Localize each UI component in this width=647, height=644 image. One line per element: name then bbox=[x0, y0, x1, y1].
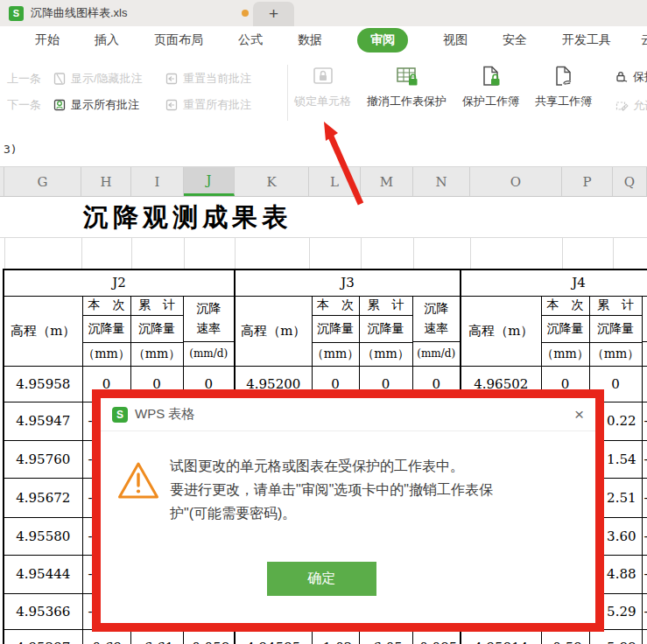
ribbon-button-label: 撤消工作表保护 bbox=[367, 94, 447, 109]
formula-bar[interactable]: 3) bbox=[0, 131, 647, 167]
cell[interactable] bbox=[642, 366, 647, 402]
cell[interactable]: - bbox=[642, 402, 647, 440]
group-header-J3[interactable]: J3 bbox=[235, 270, 461, 296]
ribbon-button-label: 保护工作簿 bbox=[462, 94, 519, 109]
ribbon-button-label: 下一条 bbox=[7, 97, 41, 113]
column-header-O[interactable]: O bbox=[470, 167, 562, 196]
menu-tab-1[interactable]: 开始 bbox=[35, 32, 60, 48]
toggle-comment-icon bbox=[53, 72, 67, 86]
header-elevation-J3[interactable]: 高程（m） bbox=[235, 296, 312, 366]
column-headers: GHIJKLMNOPQ bbox=[0, 167, 647, 197]
menu-bar: 开始插入页面布局公式数据审阅视图安全开发工具云服务 bbox=[0, 26, 647, 54]
menu-tab-6[interactable]: 审阅 bbox=[357, 28, 408, 52]
comment-reset-group: 重置当前批注重置所有批注 bbox=[165, 70, 251, 114]
ribbon-button-label: 允许用户编辑区域 bbox=[633, 98, 647, 114]
ribbon-button-unprotect-sheet-icon[interactable]: 撤消工作表保护 bbox=[367, 64, 447, 109]
column-header-K[interactable]: K bbox=[235, 167, 309, 196]
header-settlement-rate-J4[interactable]: 沉降速率(mm/d) bbox=[642, 296, 647, 366]
cell[interactable]: 4.95444 bbox=[4, 555, 82, 593]
ribbon-button-reset-all-comments-icon[interactable]: 重置所有批注 bbox=[165, 96, 251, 114]
cell[interactable]: 4.95580 bbox=[4, 517, 82, 555]
ribbon-button-label: 共享工作簿 bbox=[535, 94, 592, 109]
ribbon-button-lock-cell-icon[interactable]: 锁定单元格 bbox=[294, 64, 351, 109]
menu-tab-3[interactable]: 页面布局 bbox=[154, 32, 203, 48]
header-settlement-rate-J2[interactable]: 沉降速率(mm/d) bbox=[183, 296, 235, 366]
ribbon-button-share-workbook-icon[interactable]: 共享工作簿 bbox=[535, 64, 592, 109]
cell[interactable]: - bbox=[642, 555, 647, 593]
menu-tab-7[interactable]: 视图 bbox=[443, 32, 468, 48]
column-header-N[interactable]: N bbox=[413, 167, 470, 196]
document-tab[interactable]: S 沉降曲线图样表.xls bbox=[9, 0, 128, 26]
allow-edit-ranges-icon bbox=[615, 99, 629, 113]
header-settlement-rate-J3[interactable]: 沉降速率(mm/d) bbox=[412, 296, 461, 366]
ribbon-button-label: 锁定单元格 bbox=[294, 94, 351, 109]
unprotect-sheet-icon bbox=[396, 64, 418, 88]
group-header-J2[interactable]: J2 bbox=[4, 270, 235, 296]
cell[interactable]: 4.95760 bbox=[4, 440, 82, 478]
cell[interactable]: - bbox=[642, 629, 647, 644]
cell[interactable]: 4.95958 bbox=[4, 366, 82, 402]
menu-tab-9[interactable]: 开发工具 bbox=[562, 32, 611, 48]
menu-tab-2[interactable]: 插入 bbox=[95, 32, 119, 48]
comment-show-group: 显示/隐藏批注显示所有批注 bbox=[53, 70, 143, 114]
share-workbook-icon bbox=[552, 64, 575, 88]
column-header-Q[interactable]: Q bbox=[613, 167, 647, 196]
unsaved-indicator-dot bbox=[242, 10, 249, 17]
header-elevation-J4[interactable]: 高程（m） bbox=[461, 296, 541, 366]
group-header-J4[interactable]: J4 bbox=[461, 270, 647, 296]
wps-app-icon: S bbox=[112, 407, 128, 423]
header-current-settlement-J2[interactable]: 本 次沉降量（mm） bbox=[82, 296, 130, 366]
ribbon-button-protect-share-icon[interactable]: 保护并共享工作簿 bbox=[615, 68, 647, 86]
dialog-titlebar: S WPS 表格 × bbox=[101, 398, 595, 431]
annotation-red-box: S WPS 表格 × 试图更改的单元格或图表在受保护的工作表中。 要进行更改，请… bbox=[92, 389, 604, 632]
protected-sheet-dialog: S WPS 表格 × 试图更改的单元格或图表在受保护的工作表中。 要进行更改，请… bbox=[101, 398, 595, 623]
ribbon-button-label: 显示所有批注 bbox=[71, 97, 139, 113]
column-header-M[interactable]: M bbox=[361, 167, 413, 196]
cell[interactable]: 4.95366 bbox=[4, 593, 82, 629]
protect-share-icon bbox=[615, 70, 629, 84]
ribbon-button-reset-current-comment-icon[interactable]: 重置当前批注 bbox=[165, 70, 251, 88]
close-icon[interactable]: × bbox=[574, 406, 584, 423]
ribbon-button-label: 上一条 bbox=[7, 71, 41, 87]
header-elevation-J2[interactable]: 高程（m） bbox=[4, 296, 82, 366]
cell[interactable]: 4.95672 bbox=[4, 478, 82, 517]
menu-tab-5[interactable]: 数据 bbox=[298, 32, 322, 48]
cell[interactable]: - bbox=[642, 593, 647, 629]
header-cumulative-settlement-J4[interactable]: 累 计沉降量（mm） bbox=[589, 296, 642, 366]
column-header-P[interactable]: P bbox=[562, 167, 613, 196]
menu-tab-4[interactable]: 公式 bbox=[238, 32, 263, 48]
column-header-H[interactable]: H bbox=[81, 167, 131, 196]
header-current-settlement-J3[interactable]: 本 次沉降量（mm） bbox=[312, 296, 359, 366]
titlebar: S 沉降曲线图样表.xls + bbox=[0, 0, 647, 26]
column-header-L[interactable]: L bbox=[309, 167, 361, 196]
ribbon-button-allow-edit-ranges-icon[interactable]: 允许用户编辑区域 bbox=[615, 97, 647, 115]
ribbon-button-上一条[interactable]: 上一条 bbox=[7, 70, 41, 88]
cell[interactable]: 4.95297 bbox=[4, 629, 82, 644]
comment-nav-group: 上一条下一条 bbox=[7, 70, 41, 114]
cell[interactable]: - bbox=[642, 517, 647, 555]
cell[interactable]: - bbox=[642, 440, 647, 478]
ribbon-button-下一条[interactable]: 下一条 bbox=[7, 96, 41, 114]
ribbon-button-show-all-comments-icon[interactable]: 显示所有批注 bbox=[53, 96, 143, 114]
header-cumulative-settlement-J2[interactable]: 累 计沉降量（mm） bbox=[130, 296, 183, 366]
protection-button-group: 锁定单元格撤消工作表保护保护工作簿共享工作簿 bbox=[294, 64, 592, 109]
sheet-title[interactable]: 沉降观测成果表 bbox=[83, 200, 292, 235]
ribbon-button-toggle-comment-icon[interactable]: 显示/隐藏批注 bbox=[53, 70, 143, 88]
header-current-settlement-J4[interactable]: 本 次沉降量（mm） bbox=[541, 296, 589, 366]
cell[interactable]: 4.95947 bbox=[4, 402, 82, 440]
ok-button[interactable]: 确定 bbox=[267, 562, 376, 596]
ribbon-separator bbox=[287, 65, 288, 121]
menu-tab-10[interactable]: 云服务 bbox=[641, 32, 647, 48]
lock-cell-icon bbox=[312, 64, 334, 88]
column-header-G[interactable]: G bbox=[4, 167, 81, 196]
dialog-message: 试图更改的单元格或图表在受保护的工作表中。 要进行更改，请单击"审阅"选项卡中的… bbox=[170, 454, 493, 525]
column-header-I[interactable]: I bbox=[131, 167, 184, 196]
ribbon-button-protect-workbook-icon[interactable]: 保护工作簿 bbox=[462, 64, 519, 109]
warning-icon bbox=[116, 459, 161, 501]
cell[interactable]: - bbox=[642, 478, 647, 517]
formula-content: 3) bbox=[4, 143, 18, 156]
column-header-J[interactable]: J bbox=[184, 167, 235, 196]
header-cumulative-settlement-J3[interactable]: 累 计沉降量（mm） bbox=[359, 296, 412, 366]
new-tab-button[interactable]: + bbox=[253, 2, 294, 26]
menu-tab-8[interactable]: 安全 bbox=[503, 32, 527, 48]
